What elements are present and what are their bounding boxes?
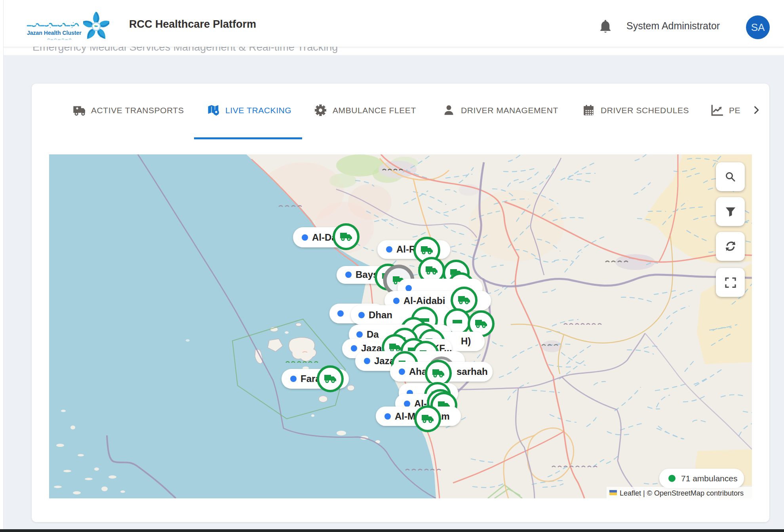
svg-text:sarhah: sarhah [457,366,488,377]
svg-text:Al-M: Al-M [395,411,415,422]
svg-text:Leaflet | © OpenStreetMap cont: Leaflet | © OpenStreetMap contributors [620,489,744,497]
svg-text:Dhan: Dhan [369,310,392,320]
svg-text:Al-Aidabi: Al-Aidabi [403,295,445,306]
svg-text:Da: Da [367,329,379,340]
svg-text:H): H) [461,336,471,346]
svg-text:71 ambulances: 71 ambulances [681,474,737,483]
